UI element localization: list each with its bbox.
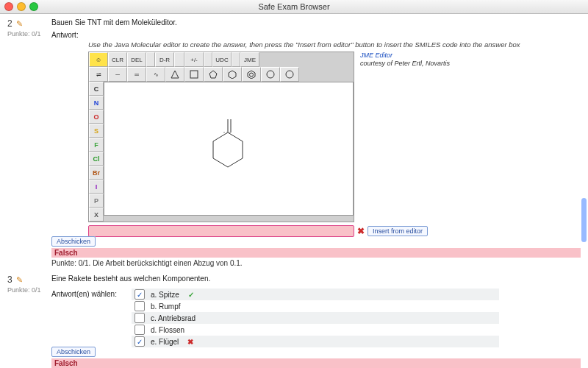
clear-icon[interactable]: ✖ [357,226,365,236]
double-bond-icon[interactable]: ═ [127,67,146,82]
choose-label: Antwort(en) wählen: [51,290,117,346]
question-number: 2 [7,18,12,29]
atom-i[interactable]: I [89,180,104,194]
svg-marker-2 [209,71,217,78]
check-icon: ✓ [188,291,194,299]
checkbox-icon[interactable] [135,336,145,347]
atom-o[interactable]: O [89,110,104,124]
checkbox-icon[interactable] [135,289,145,300]
checkbox-icon[interactable] [135,325,145,335]
option-a[interactable]: a. Spitze ✓ [132,289,499,300]
option-e[interactable]: e. Flügel ✖ [132,336,499,347]
answer-label: Antwort: [51,31,581,39]
question-prompt: Bauen Sie TNT mit dem Moleküleditor. [51,18,581,26]
atom-cl[interactable]: Cl [89,152,104,166]
option-list: a. Spitze ✓ b. Rumpf c. Antriebsrad [132,289,499,347]
question-3: 3 ✎ Punkte: 0/1 Eine Rakete besteht aus … [7,275,581,368]
question-prompt: Eine Rakete besteht aus welchen Komponen… [51,275,581,283]
atom-x[interactable]: X [89,208,104,222]
jme-del-button[interactable]: DEL [127,52,146,67]
svg-marker-0 [171,71,179,78]
cross-icon: ✖ [187,338,193,346]
jme-jme-button[interactable]: JME [240,52,259,67]
submit-button[interactable]: Abschicken [51,236,96,247]
result-banner: Falsch [51,248,581,258]
option-label: e. Flügel [151,338,179,346]
pencil-icon[interactable]: ✎ [16,19,23,28]
svg-marker-4 [248,71,255,79]
option-label: a. Spitze [151,291,179,299]
single-bond-icon[interactable]: ─ [108,67,127,82]
jme-editor-link[interactable]: JME Editor [360,52,392,59]
option-c[interactable]: c. Antriebsrad [132,312,499,324]
chain-icon[interactable]: ∿ [146,67,165,82]
triangle-icon[interactable] [165,67,184,82]
atom-s[interactable]: S [89,124,104,138]
svg-rect-1 [190,71,198,78]
svg-point-6 [267,71,274,78]
option-b[interactable]: b. Rumpf [132,300,499,312]
traffic-lights [4,2,38,11]
hexagon-icon[interactable] [223,67,242,82]
benzene-icon[interactable] [242,67,261,82]
checkbox-icon[interactable] [135,313,145,323]
points-label: Punkte: 0/1 [7,30,51,38]
atom-f[interactable]: F [89,138,104,152]
molecule-editor: ☺ CLR DEL D-R +/- UDC JME [88,52,581,222]
atom-p[interactable]: P [89,194,104,208]
question-number: 3 [7,275,12,285]
points-label: Punkte: 0/1 [7,286,51,294]
zoom-icon[interactable] [29,2,38,11]
close-icon[interactable] [4,2,13,11]
jme-udc-button[interactable]: UDC [212,52,232,67]
jme-dr-button[interactable]: D-R [155,52,174,67]
svg-point-5 [250,73,254,77]
svg-point-7 [286,71,293,78]
instructions: Use the Java Molecular editor to create … [88,40,581,49]
svg-marker-3 [229,71,236,79]
minimize-icon[interactable] [17,2,26,11]
atom-br[interactable]: Br [89,166,104,180]
option-d[interactable]: d. Flossen [132,324,499,336]
option-label: c. Antriebsrad [151,314,196,322]
pentagon-icon[interactable] [204,67,223,82]
molecule-drawing [206,118,250,169]
jme-charge-button[interactable]: +/- [184,52,204,67]
jme-toolbar-top: ☺ CLR DEL D-R +/- UDC JME [89,52,354,67]
atom-c[interactable]: C [89,82,104,96]
smiley-icon[interactable]: ☺ [89,52,108,67]
molecule-canvas[interactable] [104,82,354,216]
insert-from-editor-button[interactable]: Insert from editor [368,226,428,236]
vertical-scrollbar[interactable] [581,198,587,242]
jme-atom-column: C N O S F Cl Br I P X [89,82,104,222]
stereo-icon[interactable]: ⇌ [89,67,108,82]
submit-button[interactable]: Abschicken [51,347,96,357]
option-label: d. Flossen [151,326,184,334]
result-banner: Falsch [51,358,581,368]
jme-clr-button[interactable]: CLR [108,52,127,67]
window-title: Safe Exam Browser [258,2,329,11]
square-icon[interactable] [184,67,204,82]
heptagon-icon[interactable] [261,67,280,82]
checkbox-icon[interactable] [135,301,145,311]
window-titlebar: Safe Exam Browser [0,0,588,14]
jme-credit: JME Editor courtesy of Peter Ertl, Novar… [360,52,450,68]
pencil-icon[interactable]: ✎ [16,275,23,284]
svg-marker-8 [213,132,243,167]
smiles-answer-input[interactable] [88,225,354,237]
atom-n[interactable]: N [89,96,104,110]
feedback-text: Punkte: 0/1. Die Arbeit berücksichtigt e… [51,259,581,267]
octagon-icon[interactable] [280,67,299,82]
jme-toolbar-bonds: ⇌ ─ ═ ∿ [89,67,354,82]
option-label: b. Rumpf [151,302,181,311]
question-2: 2 ✎ Punkte: 0/1 Bauen Sie TNT mit dem Mo… [7,18,581,267]
